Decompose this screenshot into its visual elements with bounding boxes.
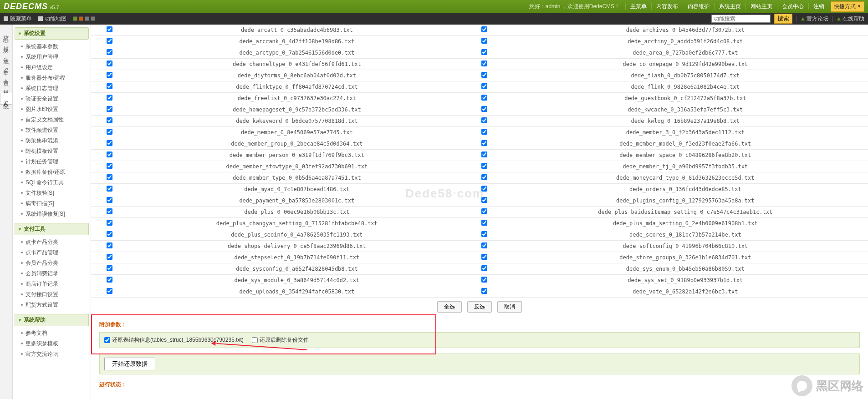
file-checkbox[interactable] — [107, 140, 112, 146]
file-checkbox[interactable] — [107, 163, 112, 169]
menu-item[interactable]: 随机模板设置 — [19, 146, 89, 157]
menu-item[interactable]: 配货方式设置 — [19, 300, 89, 310]
vertical-tab[interactable]: 生成 — [0, 49, 12, 60]
top-nav-link[interactable]: 内容维护 — [683, 3, 714, 10]
top-nav-link[interactable]: 系统主页 — [714, 3, 745, 10]
menu-item[interactable]: 验证安全设置 — [19, 94, 89, 104]
menu-item[interactable]: 自定义文档属性 — [19, 115, 89, 125]
menu-item[interactable]: 系统错误修复[S] — [19, 209, 89, 219]
site-map-link[interactable]: 功能地图 — [38, 15, 66, 23]
menu-item[interactable]: 计划任务管理 — [19, 157, 89, 167]
selection-button[interactable]: 全选 — [437, 301, 462, 313]
menu-item[interactable]: 参考文档 — [19, 328, 89, 338]
file-checkbox[interactable] — [481, 242, 487, 248]
menu-item[interactable]: 会员消费记录 — [19, 268, 89, 279]
vertical-tab[interactable]: 核心 — [0, 27, 12, 38]
file-checkbox[interactable] — [481, 265, 487, 271]
file-checkbox[interactable] — [107, 26, 112, 32]
menu-item[interactable]: 病毒扫描[S] — [19, 198, 89, 209]
menu-item[interactable]: 软件频道设置 — [19, 125, 89, 136]
delete-after-option[interactable]: 还原后删除备份文件 — [252, 336, 309, 344]
menu-item[interactable]: 防采集串混淆 — [19, 136, 89, 146]
menu-item[interactable]: 会员产品分类 — [19, 258, 89, 268]
vertical-tab[interactable]: 采集 — [0, 60, 12, 71]
file-checkbox[interactable] — [481, 72, 487, 78]
file-checkbox[interactable] — [481, 26, 487, 32]
official-forum-link[interactable]: 官方论坛 — [801, 15, 828, 23]
menu-item[interactable]: 图片水印设置 — [19, 104, 89, 115]
top-nav-link[interactable]: 网站主页 — [745, 3, 777, 10]
file-checkbox[interactable] — [481, 163, 487, 169]
file-checkbox[interactable] — [107, 277, 112, 283]
menu-group-header[interactable]: ▾系统帮助 — [15, 314, 89, 326]
file-checkbox[interactable] — [481, 106, 487, 112]
menu-item[interactable]: 系统用户管理 — [19, 52, 89, 62]
file-checkbox[interactable] — [107, 265, 112, 271]
menu-item[interactable]: 文件校验[S] — [19, 188, 89, 198]
file-checkbox[interactable] — [107, 186, 112, 192]
file-checkbox[interactable] — [481, 152, 487, 157]
file-checkbox[interactable] — [107, 83, 112, 89]
file-checkbox[interactable] — [481, 83, 487, 89]
top-nav-link[interactable]: 主菜单 — [625, 3, 651, 10]
selection-button[interactable]: 取消 — [497, 301, 522, 313]
menu-item[interactable]: 点卡产品管理 — [19, 247, 89, 258]
vertical-tab[interactable]: 模块 — [0, 38, 12, 49]
theme-color-swatch[interactable] — [79, 16, 83, 21]
start-restore-button[interactable]: 开始还原数据 — [104, 358, 155, 370]
file-checkbox[interactable] — [107, 72, 112, 78]
menu-item[interactable]: 商店订单记录 — [19, 279, 89, 289]
file-checkbox[interactable] — [107, 174, 112, 180]
vertical-tab[interactable]: 系统 — [0, 93, 12, 105]
file-checkbox[interactable] — [481, 197, 487, 203]
file-checkbox[interactable] — [107, 129, 112, 135]
file-checkbox[interactable] — [107, 49, 112, 55]
top-nav-link[interactable]: 内容发布 — [651, 3, 683, 10]
file-checkbox[interactable] — [481, 49, 487, 55]
menu-item[interactable]: 点卡产品分类 — [19, 237, 89, 247]
hide-menu-toggle[interactable]: 隐藏菜单 — [4, 15, 32, 23]
file-checkbox[interactable] — [107, 38, 112, 44]
menu-item[interactable]: 系统日志管理 — [19, 83, 89, 94]
online-help-link[interactable]: 在线帮助 — [837, 15, 864, 23]
file-checkbox[interactable] — [481, 38, 487, 44]
quick-actions-button[interactable]: 快捷方式 ▼ — [831, 1, 864, 12]
menu-item[interactable]: 官方交流论坛 — [19, 349, 89, 359]
file-checkbox[interactable] — [107, 106, 112, 112]
top-nav-link[interactable]: 会员中心 — [777, 3, 808, 10]
file-checkbox[interactable] — [107, 95, 112, 101]
file-checkbox[interactable] — [107, 220, 112, 226]
file-checkbox[interactable] — [107, 208, 112, 214]
file-checkbox[interactable] — [107, 117, 112, 123]
restore-struct-checkbox[interactable] — [104, 337, 110, 343]
menu-item[interactable]: SQL命令行工具 — [19, 177, 89, 188]
theme-color-swatch[interactable] — [85, 16, 89, 21]
file-checkbox[interactable] — [107, 288, 112, 294]
file-checkbox[interactable] — [481, 186, 487, 192]
file-checkbox[interactable] — [481, 254, 487, 260]
menu-group-header[interactable]: ▾系统设置 — [15, 27, 89, 40]
file-checkbox[interactable] — [481, 208, 487, 214]
file-checkbox[interactable] — [107, 152, 112, 157]
theme-color-swatch[interactable] — [91, 16, 95, 21]
delete-after-checkbox[interactable] — [252, 337, 258, 343]
file-checkbox[interactable] — [481, 220, 487, 226]
menu-item[interactable]: 用户组设定 — [19, 62, 89, 73]
vertical-tab[interactable]: 模板 — [0, 82, 12, 93]
file-checkbox[interactable] — [107, 231, 112, 237]
selection-button[interactable]: 反选 — [467, 301, 492, 313]
file-checkbox[interactable] — [481, 140, 487, 146]
file-checkbox[interactable] — [481, 129, 487, 135]
top-nav-link[interactable]: 注销 — [808, 3, 829, 10]
file-checkbox[interactable] — [107, 254, 112, 260]
vertical-tab[interactable]: 会员 — [0, 71, 12, 82]
file-checkbox[interactable] — [481, 95, 487, 101]
menu-item[interactable]: 支付接口设置 — [19, 289, 89, 300]
file-checkbox[interactable] — [481, 61, 487, 66]
file-checkbox[interactable] — [481, 117, 487, 123]
search-button[interactable]: 搜索 — [774, 14, 792, 24]
file-checkbox[interactable] — [107, 242, 112, 248]
theme-color-swatch[interactable] — [73, 16, 77, 21]
file-checkbox[interactable] — [481, 231, 487, 237]
file-checkbox[interactable] — [107, 61, 112, 66]
